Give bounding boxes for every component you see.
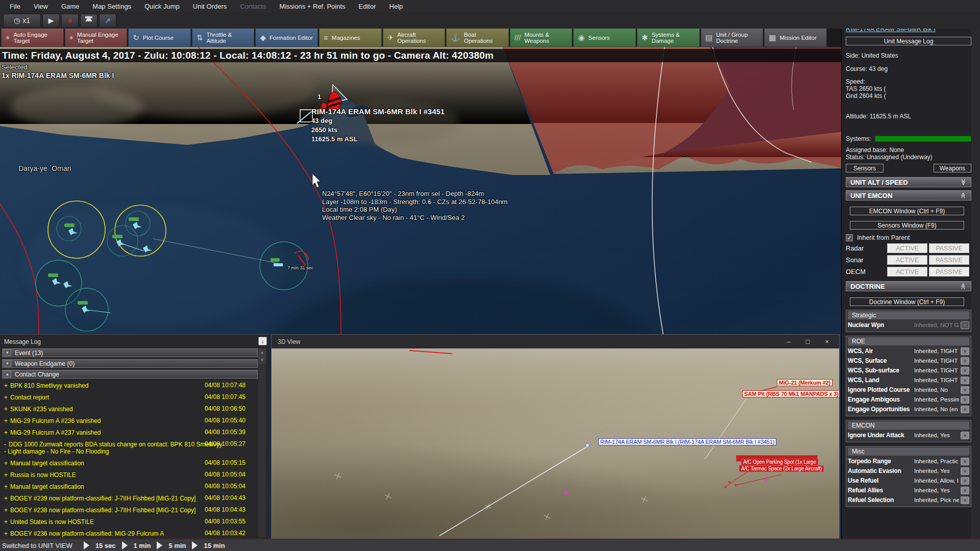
expand-chevron-icon[interactable]: ≪ <box>960 179 967 186</box>
jump-button[interactable]: ↗ <box>99 14 116 28</box>
dropdown-chevron-icon[interactable]: ∨ <box>961 467 969 475</box>
menu-item-contacts[interactable]: Contacts <box>233 3 273 10</box>
log-entry-expander[interactable]: + <box>4 460 8 467</box>
oecm-passive-button[interactable]: PASSIVE <box>929 267 969 277</box>
toolbar-boat-operations-button[interactable]: ⚓Boat Operations <box>446 29 509 47</box>
toolbar-mission-editor-button[interactable]: ▦Mission Editor <box>764 29 827 47</box>
toolbar-systems-damage-button[interactable]: ✱Systems & Damage <box>637 29 700 47</box>
log-entry-expander[interactable]: + <box>4 495 8 502</box>
3d-label-missile[interactable]: RIM-174A ERAM SM-6MR Blk I (RIM-174A ERA… <box>598 438 776 445</box>
toolbar-mounts-weapons-button[interactable]: ///Mounts & Weapons <box>510 29 573 47</box>
menu-item-help[interactable]: Help <box>383 3 410 10</box>
log-entry-expander[interactable]: + <box>4 483 8 490</box>
oecm-active-button[interactable]: ACTIVE <box>887 267 927 277</box>
menu-item-view[interactable]: View <box>27 3 55 10</box>
toolbar-manual-engage-target-button[interactable]: ⌖Manual Engage Target <box>65 29 128 47</box>
log-group-event-13[interactable]: ▼Event (13) <box>2 348 258 357</box>
dropdown-chevron-icon[interactable]: ∨ <box>961 458 969 465</box>
3d-label-parking-spot[interactable]: A/C Open Parking Spot (1x Large <box>741 459 818 465</box>
maximize-icon[interactable]: □ <box>806 338 810 345</box>
log-entry[interactable]: +SKUNK #235 vanished04/08 10:06:50 <box>2 404 258 414</box>
sidebar-scrollbar[interactable]: ▲ ▼ <box>971 1 980 550</box>
unit-map-label[interactable]: RIM-174A ERAM SM-6MR Blk I #3451 43 deg … <box>311 107 445 144</box>
close-icon[interactable]: × <box>825 338 829 345</box>
menu-item-file[interactable]: File <box>3 3 27 10</box>
log-entry[interactable]: +MiG-29 Fulcrum A #236 vanished04/08 10:… <box>2 416 258 426</box>
sonar-passive-button[interactable]: PASSIVE <box>929 255 969 265</box>
minimize-icon[interactable]: – <box>787 338 790 345</box>
log-entry[interactable]: +Manual target classification04/08 10:05… <box>2 482 258 492</box>
range-rings-button[interactable] <box>80 14 97 28</box>
toolbar-sensors-button[interactable]: ◉Sensors <box>573 29 636 47</box>
dropdown-chevron-icon[interactable]: ∨ <box>961 487 969 494</box>
menu-item-map-settings[interactable]: Map Settings <box>86 3 138 10</box>
sonar-active-button[interactable]: ACTIVE <box>887 255 927 265</box>
menu-item-game[interactable]: Game <box>55 3 86 10</box>
3d-view-content[interactable]: MiG-21 (Merkum #2) SAM Plt (RBS 70 Mk1 M… <box>272 348 839 538</box>
toolbar-formation-editor-button[interactable]: ◆Formation Editor <box>255 29 318 47</box>
log-entry-expander[interactable]: + <box>4 530 8 537</box>
dropdown-chevron-icon[interactable]: ∨ <box>961 357 969 365</box>
unit-alt-speed-header[interactable]: UNIT ALT / SPEED ≪ <box>846 177 971 187</box>
log-entry-expander[interactable]: + <box>4 382 8 389</box>
toolbar-auto-engage-target-button[interactable]: ⌖Auto Engage Target <box>1 29 64 47</box>
weapons-button[interactable]: Weapons <box>934 164 971 172</box>
toolbar-unit-group-doctrine-button[interactable]: ▤Unit / Group Doctrine <box>701 29 764 47</box>
log-entry[interactable]: +United States is now HOSTILE04/08 10:03… <box>2 517 258 527</box>
message-log-dock-button[interactable]: ↓ <box>258 337 267 345</box>
scroll-up-icon[interactable]: ▲ <box>258 348 266 356</box>
sensors-button[interactable]: Sensors <box>846 164 884 172</box>
dropdown-chevron-icon[interactable]: ∨ <box>961 396 969 404</box>
log-entry[interactable]: +Russia is now HOSTILE04/08 10:05:04 <box>2 470 258 480</box>
toolbar-magazines-button[interactable]: ≡Magazines <box>319 29 382 47</box>
log-group-weapon-endgame-0[interactable]: ▼Weapon Endgame (0) <box>2 359 258 368</box>
radar-active-button[interactable]: ACTIVE <box>887 243 927 253</box>
log-entry[interactable]: +BOGEY #238 now platform-classified: J-7… <box>2 505 258 515</box>
toolbar-throttle-altitude-button[interactable]: ⇅Throttle & Altitude <box>192 29 255 47</box>
expand-arrow-icon[interactable]: ▼ <box>4 349 11 356</box>
collapse-chevron-icon[interactable]: ≪ <box>960 192 967 199</box>
dropdown-chevron-icon[interactable]: ∨ <box>961 477 969 485</box>
play-button[interactable]: ▶ <box>42 14 60 28</box>
log-entry-expander[interactable]: + <box>4 429 8 436</box>
toolbar-plot-course-button[interactable]: ↻Plot Course <box>128 29 191 47</box>
unit-message-log-button[interactable]: Unit Message Log <box>846 37 971 45</box>
log-entry-expander[interactable]: + <box>4 406 8 413</box>
dropdown-chevron-icon[interactable]: ∨ <box>961 377 969 384</box>
time-step-15-min[interactable]: 15 min <box>204 542 225 549</box>
dropdown-chevron-icon[interactable]: ∨ <box>961 432 969 439</box>
menu-item-quick-jump[interactable]: Quick Jump <box>138 3 186 10</box>
toolbar-aircraft-operations-button[interactable]: ✈Aircraft Operations <box>383 29 446 47</box>
dropdown-chevron-icon[interactable]: ∨ <box>961 496 969 504</box>
radar-passive-button[interactable]: PASSIVE <box>929 243 969 253</box>
emcon-window-button[interactable]: EMCON Window (Ctrl + F9) <box>850 207 964 215</box>
log-entry-expander[interactable]: + <box>4 394 8 401</box>
log-group-contact-change[interactable]: ▲Contact Change <box>2 370 258 379</box>
3d-label-sam-platoon[interactable]: SAM Plt (RBS 70 Mk1 MANPADS x 3) <box>742 390 839 397</box>
time-compression-button[interactable]: ◷ x1 <box>3 14 41 28</box>
3d-view-titlebar[interactable]: 3D View – □ × <box>272 335 839 348</box>
log-entry-expander[interactable]: + <box>4 518 8 525</box>
log-entry[interactable]: +BOGEY #236 now platform-classified: MiG… <box>2 529 258 539</box>
time-step-1-min[interactable]: 1 min <box>134 542 151 549</box>
scroll-down-icon[interactable]: ▼ <box>258 356 266 364</box>
collapse-chevron-icon[interactable]: ≪ <box>960 283 967 290</box>
dropdown-chevron-icon[interactable]: ∨ <box>961 406 969 413</box>
doctrine-window-button[interactable]: Doctrine Window (Ctrl + F9) <box>850 297 964 306</box>
time-step-15-sec[interactable]: 15 sec <box>95 542 116 549</box>
3d-label-mig21[interactable]: MiG-21 (Merkum #2) <box>777 379 832 386</box>
inherit-from-parent-checkbox[interactable]: ✓ <box>846 234 853 241</box>
time-step-5-min[interactable]: 5 min <box>168 542 186 549</box>
log-entry[interactable]: +BPK 810 Smetlivyy vanished04/08 10:07:4… <box>2 381 258 391</box>
log-entry-expander[interactable]: + <box>4 471 8 479</box>
log-entry[interactable]: +Manual target classification04/08 10:05… <box>2 458 258 468</box>
message-log-scrollbar[interactable]: ▲ ▼ <box>258 348 266 537</box>
log-entry-expander[interactable]: + <box>4 417 8 424</box>
3d-label-tarmac-space[interactable]: A/C Tarmac Space (2x Large Aircraft) <box>739 465 824 472</box>
menu-item-missions-ref-points[interactable]: Missions + Ref. Points <box>273 3 352 10</box>
collapse-arrow-icon[interactable]: ▲ <box>4 371 11 378</box>
log-entry-expander[interactable]: - <box>4 441 6 448</box>
doctrine-header[interactable]: DOCTRINE ≪ <box>846 281 971 291</box>
log-entry[interactable]: +MiG-29 Fulcrum A #237 vanished04/08 10:… <box>2 428 258 438</box>
menu-item-editor[interactable]: Editor <box>352 3 383 10</box>
